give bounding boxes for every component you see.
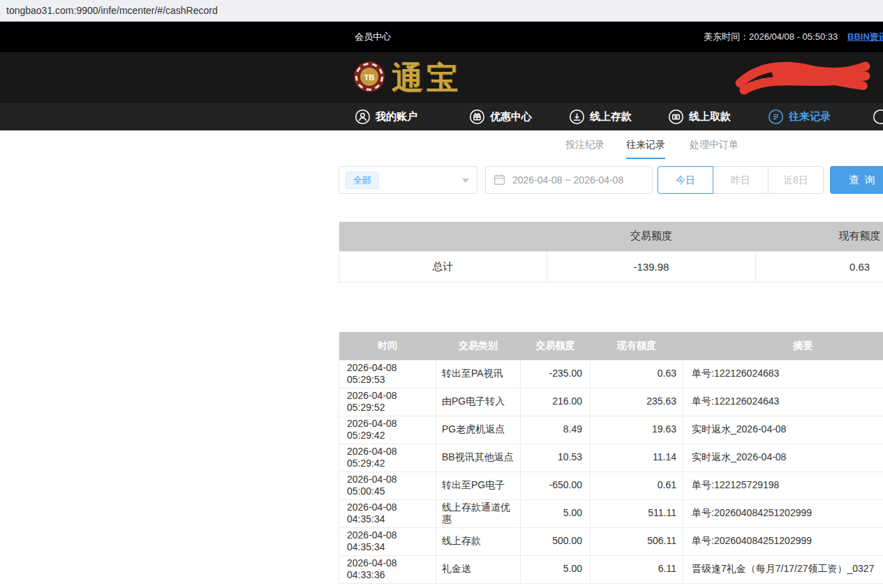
cell-balance: 19.63 bbox=[591, 416, 683, 444]
cell-note: 单号:202604084251202999 bbox=[683, 527, 883, 555]
summary-header-empty bbox=[339, 222, 547, 251]
deposit-icon bbox=[569, 109, 585, 125]
red-scribble-annotation bbox=[734, 59, 870, 98]
cell-type: 转出至PG电子 bbox=[436, 472, 521, 499]
cell-time: 2026-04-08 05:00:45 bbox=[339, 472, 436, 499]
summary-table: 交易额度 现有额度 总计 -139.98 0.63 bbox=[339, 222, 883, 282]
cell-amount: 216.00 bbox=[521, 388, 591, 416]
cell-balance: 235.63 bbox=[591, 388, 683, 416]
table-row: 2026-04-08 04:35:34 线上存款 500.00 506.11 单… bbox=[339, 527, 883, 555]
summary-total-amount: -139.98 bbox=[547, 251, 756, 282]
cell-type: 线上存款通道优惠 bbox=[436, 499, 521, 527]
chevron-down-icon bbox=[462, 179, 469, 183]
cell-amount: 500.00 bbox=[521, 527, 591, 555]
type-select-tag[interactable]: 全部 bbox=[346, 172, 379, 189]
summary-header-balance: 现有额度 bbox=[756, 222, 883, 251]
nav-item-partial[interactable] bbox=[873, 103, 883, 130]
table-row: 2026-04-08 05:29:42 PG老虎机返点 8.49 19.63 实… bbox=[339, 416, 883, 444]
nav-item-my-account[interactable]: 我的账户 bbox=[355, 103, 417, 130]
cell-balance: 0.61 bbox=[591, 472, 683, 499]
cell-note: 单号:122125729198 bbox=[683, 472, 883, 499]
cell-balance: 6.11 bbox=[591, 555, 683, 583]
table-row: 2026-04-08 04:35:34 线上存款通道优惠 5.00 511.11… bbox=[339, 499, 883, 527]
cell-time: 2026-04-08 04:33:36 bbox=[339, 555, 436, 583]
nav-label: 线上取款 bbox=[689, 110, 731, 123]
chip-logo-icon: TB bbox=[353, 61, 385, 96]
tab-cash-records[interactable]: 往来记录 bbox=[626, 131, 665, 159]
yesterday-button[interactable]: 昨日 bbox=[713, 166, 769, 194]
eastern-time-label: 美东时间：2026/04/08 - 05:50:33 bbox=[704, 22, 838, 52]
cell-type: 线上存款 bbox=[436, 527, 521, 555]
date-range-value: 2026-04-08 ~ 2026-04-08 bbox=[512, 167, 623, 193]
cell-note: 单号:122126024683 bbox=[683, 360, 883, 388]
brand-logo[interactable]: TB 通宝 bbox=[353, 61, 461, 96]
cell-amount: 10.53 bbox=[521, 444, 591, 472]
cell-amount: -235.00 bbox=[521, 360, 591, 388]
tab-bet-records[interactable]: 投注纪录 bbox=[565, 131, 604, 159]
type-select[interactable]: 全部 bbox=[339, 166, 477, 194]
table-row: 2026-04-08 04:33:36 礼金送 5.00 6.11 晋级逢7礼金… bbox=[339, 555, 883, 583]
col-header-note: 摘要 bbox=[683, 332, 883, 360]
summary-total-balance: 0.63 bbox=[756, 251, 883, 282]
date-range-picker[interactable]: 2026-04-08 ~ 2026-04-08 bbox=[485, 166, 653, 194]
table-row: 2026-04-08 05:00:45 转出至PG电子 -650.00 0.61… bbox=[339, 472, 883, 499]
user-icon bbox=[355, 109, 371, 125]
transactions-table: 时间 交易类别 交易额度 现有额度 摘要 2026-04-08 05:29:53… bbox=[339, 332, 883, 584]
table-row: 2026-04-08 05:29:53 转出至PA视讯 -235.00 0.63… bbox=[339, 360, 883, 388]
bbin-news-link[interactable]: BBIN资讯 bbox=[847, 22, 883, 52]
cell-note: 实时返水_2026-04-08 bbox=[683, 416, 883, 444]
nav-label: 往来记录 bbox=[789, 110, 831, 123]
cell-balance: 506.11 bbox=[591, 527, 683, 555]
page: tongbao31.com:9900/infe/mcenter/#/cashRe… bbox=[0, 0, 883, 588]
cell-amount: 5.00 bbox=[521, 499, 591, 527]
cell-amount: 5.00 bbox=[521, 555, 591, 583]
cell-note: 实时返水_2026-04-08 bbox=[683, 444, 883, 472]
cell-time: 2026-04-08 04:35:34 bbox=[339, 499, 436, 527]
nav-item-transactions[interactable]: 往来记录 bbox=[768, 103, 831, 130]
col-header-amount: 交易额度 bbox=[521, 332, 591, 360]
calendar-icon bbox=[494, 174, 505, 188]
cell-time: 2026-04-08 04:35:34 bbox=[339, 527, 436, 555]
address-bar[interactable]: tongbao31.com:9900/infe/mcenter/#/cashRe… bbox=[0, 0, 883, 22]
table-row: 2026-04-08 05:29:52 由PG电子转入 216.00 235.6… bbox=[339, 388, 883, 416]
search-button[interactable]: 查询 bbox=[830, 166, 883, 194]
tab-pending-orders[interactable]: 处理中订单 bbox=[690, 131, 739, 159]
col-header-balance: 现有额度 bbox=[591, 332, 683, 360]
member-center-link[interactable]: 会员中心 bbox=[355, 22, 391, 52]
col-header-type: 交易类别 bbox=[436, 332, 521, 360]
table-row: 2026-04-08 05:29:42 BB视讯其他返点 10.53 11.14… bbox=[339, 444, 883, 472]
cell-amount: 8.49 bbox=[521, 416, 591, 444]
cell-amount: -650.00 bbox=[521, 472, 591, 499]
table-header-row: 时间 交易类别 交易额度 现有额度 摘要 bbox=[339, 332, 883, 360]
nav-item-withdraw[interactable]: 线上取款 bbox=[668, 103, 731, 130]
top-bar: 会员中心 美东时间：2026/04/08 - 05:50:33 BBIN资讯 bbox=[0, 22, 883, 52]
cell-note: 晋级逢7礼金（每月7/17/27领工资）_0327 bbox=[683, 555, 883, 583]
nav-label: 优惠中心 bbox=[490, 110, 532, 123]
chip-badge-text: TB bbox=[364, 73, 375, 82]
today-button[interactable]: 今日 bbox=[658, 166, 713, 194]
cell-time: 2026-04-08 05:29:53 bbox=[339, 360, 436, 388]
circle-icon bbox=[873, 109, 883, 125]
nav-label: 我的账户 bbox=[376, 110, 417, 123]
gift-icon bbox=[469, 109, 485, 125]
summary-total-label: 总计 bbox=[339, 251, 547, 282]
summary-total-row: 总计 -139.98 0.63 bbox=[339, 251, 883, 282]
cell-balance: 11.14 bbox=[591, 444, 683, 472]
nav-label: 线上存款 bbox=[590, 110, 632, 123]
cell-note: 单号:122126024643 bbox=[683, 388, 883, 416]
nav-item-deposit[interactable]: 线上存款 bbox=[569, 103, 632, 130]
brand-name: 通宝 bbox=[392, 63, 461, 94]
summary-header-row: 交易额度 现有额度 bbox=[339, 222, 883, 251]
record-icon bbox=[768, 109, 784, 125]
nav-item-promotions[interactable]: 优惠中心 bbox=[469, 103, 532, 130]
logo-bar: TB 通宝 bbox=[0, 52, 883, 103]
last-8-days-button[interactable]: 近8日 bbox=[768, 166, 824, 194]
cell-time: 2026-04-08 05:29:42 bbox=[339, 416, 436, 444]
main-nav: 我的账户 优惠中心 线上存款 bbox=[0, 103, 883, 130]
cell-time: 2026-04-08 05:29:42 bbox=[339, 444, 436, 472]
cell-type: 由PG电子转入 bbox=[436, 388, 521, 416]
cell-type: 礼金送 bbox=[436, 555, 521, 583]
sub-nav: 投注纪录 往来记录 处理中订单 bbox=[0, 131, 883, 159]
cell-note: 单号:202604084251202999 bbox=[683, 499, 883, 527]
col-header-time: 时间 bbox=[339, 332, 436, 360]
